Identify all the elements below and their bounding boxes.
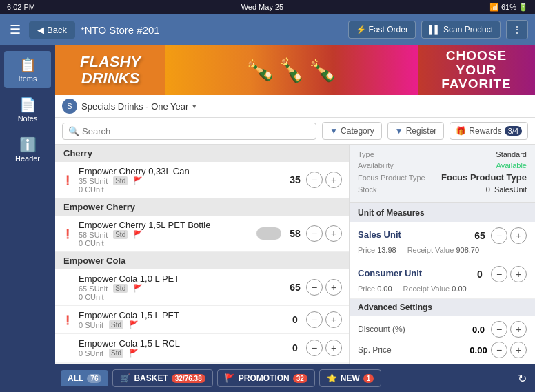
banner: FLASHYDRINKS 🍾 🍾 🍾 CHOOSEYOURFAVORITE (55, 45, 535, 95)
sales-unit-price: Price 13.98 (358, 246, 396, 254)
items-icon: 📋 (19, 56, 37, 73)
all-button[interactable]: ALL 76 (61, 370, 108, 386)
advanced-content: Discount (%) 0.0 − + Sp. Price 0.00 − + (350, 316, 535, 368)
increment-button[interactable]: + (325, 311, 342, 328)
sp-price-row: Sp. Price 0.00 − + (358, 342, 527, 358)
decrement-button[interactable]: − (306, 172, 323, 188)
refresh-button[interactable]: ↻ (515, 369, 529, 388)
quantity-value: 0 (287, 314, 303, 325)
basket-button[interactable]: 🛒 BASKET 32/76.38 (112, 369, 212, 387)
battery-display: 📶 61% 🔋 (489, 3, 528, 12)
increment-button[interactable]: + (325, 172, 342, 188)
chevron-down-icon[interactable]: ▾ (192, 102, 196, 111)
search-input[interactable] (82, 126, 310, 136)
search-box[interactable]: 🔍 (62, 123, 316, 140)
new-icon: ⭐ (327, 373, 337, 383)
category-cherry: Cherry (55, 145, 349, 162)
warning-icon: ❗ (62, 229, 73, 239)
sidebar-label-header: Header (15, 154, 40, 163)
barcode-icon: ▌▌ (429, 25, 441, 34)
bottom-bar: ALL 76 🛒 BASKET 32/76.38 🚩 PROMOTION 32 … (55, 364, 535, 392)
category-filter-icon: ▼ (330, 126, 338, 136)
type-value: Standard (496, 150, 527, 158)
all-label: ALL (68, 373, 83, 383)
status-bar: 6:02 PM Wed May 25 📶 61% 🔋 (0, 0, 535, 14)
product-info: Empower Cherry 1,5L PET Bottle 58 SUnitS… (79, 220, 251, 247)
decrement-button[interactable]: − (306, 340, 323, 356)
sidebar: 📋 Items 📄 Notes ℹ️ Header (0, 45, 55, 392)
page-title: *NTO Store #201 (81, 24, 343, 36)
search-icon: 🔍 (68, 126, 79, 136)
discount-increment-button[interactable]: + (510, 321, 527, 338)
consumer-unit-receipt: Receipt Value 0.00 (403, 285, 467, 293)
new-badge: 1 (363, 374, 374, 383)
product-meta: 35 SUnitStd🚩 (79, 176, 281, 185)
more-options-button[interactable]: ⋮ (506, 20, 528, 39)
increment-button[interactable]: + (325, 279, 342, 296)
list-item[interactable]: ❗ Empower Cola 1,5 L RCL 0 SUnitStd🚩 0 −… (55, 334, 349, 362)
category-empower-cola: Empower Cola (55, 252, 349, 269)
decrement-button[interactable]: − (306, 279, 323, 296)
sales-unit-increment-button[interactable]: + (510, 227, 527, 244)
register-filter-button[interactable]: ▼ Register (387, 122, 445, 140)
uom-header: Unit of Measures (358, 208, 425, 218)
consumer-unit-increment-button[interactable]: + (510, 266, 527, 282)
stock-label: Stock (358, 185, 377, 194)
list-item[interactable]: ❗ Empower Cherry 0,33L Can 35 SUnitStd🚩 … (55, 162, 349, 198)
new-button[interactable]: ⭐ NEW 1 (319, 369, 382, 387)
sp-price-increment-button[interactable]: + (510, 342, 527, 358)
sp-price-label: Sp. Price (358, 345, 392, 355)
quantity-value: 0 (287, 342, 303, 353)
rewards-button[interactable]: 🎁 Rewards 3/4 (450, 122, 528, 140)
sidebar-item-items[interactable]: 📋 Items (4, 51, 51, 88)
list-item[interactable]: ❗ Empower Cola 1,5 L PET 0 SUnitStd🚩 0 −… (55, 306, 349, 334)
promotion-label: PROMOTION (239, 373, 290, 383)
category-filter-button[interactable]: ▼ Category (322, 122, 382, 140)
sidebar-item-header[interactable]: ℹ️ Header (4, 131, 51, 168)
sales-unit-decrement-button[interactable]: − (491, 227, 507, 244)
quantity-control: 0 − + (287, 340, 342, 356)
product-meta-line2: 0 CUnit (79, 293, 281, 301)
time-display: 6:02 PM (7, 3, 35, 11)
back-button[interactable]: ◀ Back (29, 21, 75, 39)
stock-row: Stock 0 SalesUnit (358, 185, 527, 194)
type-label: Type (358, 150, 374, 158)
sales-unit-header: Sales Unit (358, 229, 401, 240)
hamburger-menu[interactable]: ☰ (7, 19, 23, 40)
main-layout: 📋 Items 📄 Notes ℹ️ Header FLASHYDRINKS 🍾… (0, 45, 535, 392)
promotion-icon: 🚩 (225, 373, 235, 383)
increment-button[interactable]: + (325, 340, 342, 356)
banner-middle: 🍾 🍾 🍾 (165, 45, 418, 95)
consumer-unit-section: Consumer Unit 0 − + Price 0.00 Receipt V… (350, 260, 535, 299)
product-meta: 65 SUnitStd🚩 (79, 284, 281, 293)
basket-label: BASKET (134, 373, 168, 383)
consumer-unit-decrement-button[interactable]: − (491, 266, 507, 282)
sp-price-decrement-button[interactable]: − (491, 342, 507, 358)
specials-label: Specials Drinks - One Year (81, 101, 188, 112)
list-item[interactable]: ❗ Empower Cherry 1,5L PET Bottle 58 SUni… (55, 216, 349, 252)
toggle-switch[interactable] (256, 227, 281, 240)
product-list: Cherry ❗ Empower Cherry 0,33L Can 35 SUn… (55, 145, 349, 392)
banner-left: FLASHYDRINKS (55, 45, 165, 95)
focus-product-label: Focus Product Type (358, 174, 425, 182)
quantity-value: 65 (287, 282, 303, 293)
sales-unit-price-row: Price 13.98 Receipt Value 908.70 (358, 246, 527, 254)
discount-row: Discount (%) 0.0 − + (358, 321, 527, 338)
discount-decrement-button[interactable]: − (491, 321, 507, 338)
promotion-badge: 32 (293, 374, 307, 383)
scan-product-button[interactable]: ▌▌ Scan Product (421, 21, 501, 39)
list-item[interactable]: ❗ Empower Cola 1,0 L PET 65 SUnitStd🚩 0 … (55, 269, 349, 306)
sidebar-item-notes[interactable]: 📄 Notes (4, 91, 51, 128)
decrement-button[interactable]: − (306, 311, 323, 328)
product-name: Empower Cherry 0,33L Can (79, 166, 281, 176)
product-meta-line2: 0 CUnit (79, 185, 281, 194)
focus-product-row: Focus Product Type Focus Product Type (358, 172, 527, 183)
decrement-button[interactable]: − (306, 225, 323, 242)
promotion-button[interactable]: 🚩 PROMOTION 32 (217, 369, 315, 387)
sp-price-value: 0.00 (469, 345, 488, 355)
increment-button[interactable]: + (325, 225, 342, 242)
header-icon: ℹ️ (19, 136, 37, 153)
fast-order-button[interactable]: ⚡ Fast Order (348, 21, 416, 39)
availability-value: Available (496, 161, 527, 169)
discount-value: 0.0 (469, 324, 488, 335)
